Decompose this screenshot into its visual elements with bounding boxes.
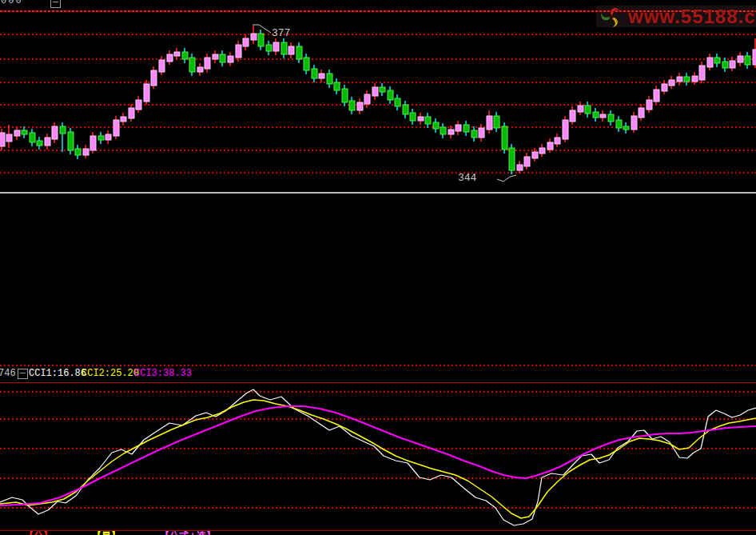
candle-body bbox=[75, 149, 81, 155]
candle-body bbox=[608, 114, 614, 122]
candle-body bbox=[662, 84, 667, 91]
cci3-value-label: CCI3:38.33 bbox=[134, 369, 192, 379]
price-annotation-low: 344 bbox=[458, 173, 476, 183]
candle-body bbox=[509, 148, 515, 170]
candle-body bbox=[22, 130, 27, 134]
collapse-icon[interactable] bbox=[50, 0, 61, 8]
candle-body bbox=[121, 117, 126, 122]
candle-body bbox=[327, 74, 332, 84]
candle-body bbox=[6, 134, 12, 142]
candle-body bbox=[30, 133, 35, 142]
stock-chart-window: 000 377 344 www.55188.com 746 CCI1:16.86… bbox=[0, 0, 756, 535]
candle-body bbox=[304, 58, 309, 70]
candle-body bbox=[281, 42, 287, 54]
candle-body bbox=[236, 45, 241, 58]
candle-body bbox=[37, 141, 42, 146]
cci-axis-label-fragment: 746 bbox=[0, 369, 16, 378]
candle-body bbox=[699, 66, 705, 80]
candle-body bbox=[0, 133, 5, 146]
candle-body bbox=[669, 80, 674, 86]
status-bar[interactable]: 【分】 【显】 【公式+选】 bbox=[0, 531, 756, 535]
candle-body bbox=[357, 102, 363, 110]
candle-body bbox=[532, 152, 538, 158]
candle-body bbox=[197, 67, 203, 72]
candle-body bbox=[243, 38, 249, 46]
candle-body bbox=[487, 116, 492, 130]
candle-body bbox=[14, 130, 20, 136]
candle-body bbox=[600, 114, 606, 118]
candle-body bbox=[517, 165, 523, 170]
candle-body bbox=[502, 126, 507, 150]
candle-body bbox=[570, 110, 575, 122]
candle-body bbox=[494, 116, 499, 128]
candle-body bbox=[159, 60, 165, 72]
candle-body bbox=[647, 100, 652, 110]
candle-body bbox=[425, 117, 431, 124]
candle-body bbox=[433, 122, 439, 129]
candle-body bbox=[52, 126, 58, 139]
candle-body bbox=[296, 46, 302, 59]
candle-body bbox=[334, 82, 340, 90]
candle-body bbox=[616, 120, 622, 128]
cci1-value-label: CCI1:16.86 bbox=[29, 369, 86, 379]
candle-body bbox=[539, 148, 545, 154]
candle-body bbox=[677, 77, 682, 82]
candle-body bbox=[288, 46, 294, 54]
candle-body bbox=[692, 76, 698, 82]
candle-body bbox=[189, 58, 195, 72]
cci-collapse-icon[interactable] bbox=[18, 369, 28, 379]
candle-body bbox=[105, 134, 111, 140]
candle-body bbox=[585, 106, 591, 114]
candle-body bbox=[730, 61, 735, 68]
candle-body bbox=[631, 116, 637, 130]
candle-body bbox=[722, 62, 728, 68]
candle-body bbox=[174, 52, 180, 56]
candle-body bbox=[707, 58, 713, 67]
candle-body bbox=[578, 106, 583, 112]
candle-body bbox=[448, 130, 454, 134]
candle-body bbox=[273, 42, 279, 51]
candle-body bbox=[220, 54, 225, 62]
candle-body bbox=[418, 117, 424, 121]
candle-body bbox=[45, 138, 50, 146]
candle-body bbox=[312, 69, 317, 78]
chart-canvas[interactable] bbox=[0, 0, 756, 535]
candle-body bbox=[395, 98, 400, 106]
candle-body bbox=[349, 101, 355, 110]
candle-body bbox=[563, 120, 568, 139]
status-item-red[interactable]: 【分】 bbox=[24, 531, 53, 535]
candle-body bbox=[129, 108, 134, 118]
candle-body bbox=[745, 56, 750, 65]
candle-body bbox=[547, 142, 553, 150]
candle-body bbox=[144, 84, 149, 102]
candle-body bbox=[440, 127, 446, 134]
candle-body bbox=[555, 138, 560, 144]
candle-body bbox=[136, 100, 141, 110]
candle-body bbox=[364, 94, 370, 104]
candle-body bbox=[714, 58, 720, 63]
candle-body bbox=[258, 34, 264, 46]
candle-body bbox=[388, 90, 393, 100]
cci-line-cci2 bbox=[0, 400, 756, 518]
candle-body bbox=[472, 130, 477, 138]
candle-body bbox=[684, 77, 690, 82]
annotation-pointer-line bbox=[253, 25, 271, 33]
candle-body bbox=[403, 105, 408, 114]
candle-body bbox=[753, 50, 756, 65]
top-axis-label-fragment: 000 bbox=[1, 0, 23, 6]
annotation-pointer-line bbox=[497, 175, 516, 182]
candle-body bbox=[68, 132, 74, 150]
candle-body bbox=[372, 87, 378, 96]
candle-body bbox=[113, 120, 119, 136]
cci2-value-label: CCI2:25.20 bbox=[82, 369, 139, 379]
candle-body bbox=[654, 90, 659, 102]
candle-body bbox=[205, 58, 210, 69]
candle-body bbox=[151, 70, 157, 86]
candle-body bbox=[464, 125, 469, 132]
candle-body bbox=[60, 126, 66, 134]
status-item-magenta[interactable]: 【公式+选】 bbox=[160, 531, 216, 535]
status-item-yellow[interactable]: 【显】 bbox=[92, 531, 121, 535]
candle-body bbox=[213, 54, 218, 59]
price-annotation-high: 377 bbox=[272, 28, 290, 38]
candle-body bbox=[266, 45, 272, 51]
